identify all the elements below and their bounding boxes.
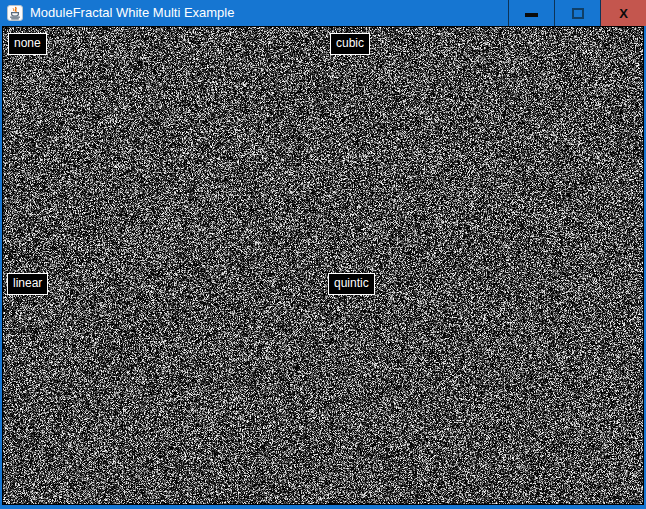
java-coffee-cup-icon[interactable]	[7, 5, 23, 21]
noise-canvas	[3, 27, 643, 504]
application-window: ModuleFractal White Multi Example X none…	[0, 0, 646, 509]
noise-viewport: none cubic linear quintic	[2, 26, 644, 505]
maximize-square-icon	[572, 8, 584, 19]
maximize-button[interactable]	[554, 0, 600, 26]
close-button[interactable]: X	[600, 0, 646, 26]
minimize-dash-icon	[525, 13, 538, 17]
quadrant-label-quintic: quintic	[328, 273, 375, 295]
quadrant-label-linear: linear	[7, 273, 48, 295]
quadrant-label-none: none	[8, 33, 47, 55]
close-x-icon: X	[619, 7, 628, 20]
window-title: ModuleFractal White Multi Example	[30, 0, 234, 26]
titlebar[interactable]: ModuleFractal White Multi Example X	[0, 0, 646, 26]
quadrant-label-cubic: cubic	[330, 33, 370, 55]
minimize-button[interactable]	[508, 0, 554, 26]
